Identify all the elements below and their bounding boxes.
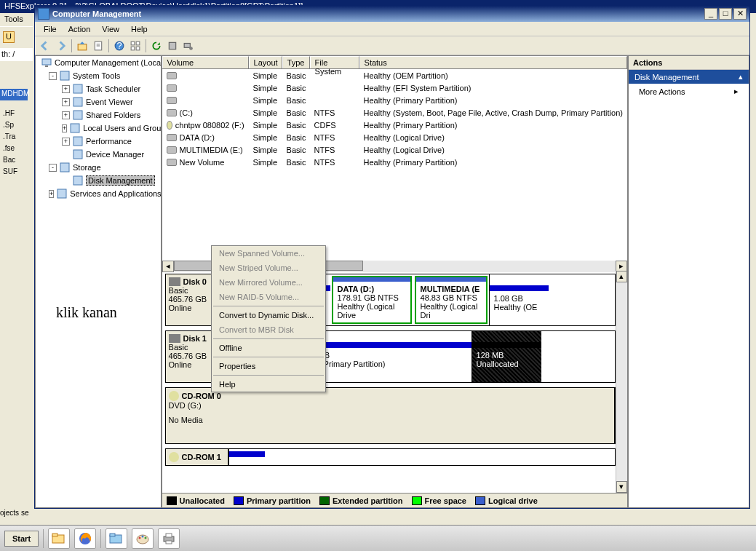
help-button[interactable]: ?	[112, 39, 127, 53]
volume-type: Basic	[282, 71, 310, 81]
tree-label: Performance	[86, 137, 132, 146]
expand-toggle[interactable]: +	[62, 111, 70, 119]
table-row[interactable]: MULTIMEDIA (E:)SimpleBasicNTFSHealthy (L…	[162, 143, 627, 156]
tree-item-task-scheduler[interactable]: +Task Scheduler	[36, 82, 161, 95]
tree-item-system-tools[interactable]: -System Tools	[36, 69, 161, 82]
col-volume[interactable]: Volume	[162, 56, 249, 68]
menu-item-properties[interactable]: Properties	[212, 359, 325, 373]
tree-item-event-viewer[interactable]: +Event Viewer	[36, 95, 161, 108]
svg-rect-35	[166, 534, 172, 537]
actions-section-label: Disk Management	[634, 73, 699, 82]
table-row[interactable]: (C:)SimpleBasicNTFSHealthy (System, Boot…	[162, 106, 627, 119]
volume-table[interactable]: Volume Layout Type File System Status Si…	[162, 56, 627, 271]
tree-item-device-manager[interactable]: Device Manager	[36, 148, 161, 161]
up-button[interactable]	[75, 39, 89, 53]
col-status[interactable]: Status	[359, 56, 627, 68]
partition-status: Healthy (OE	[494, 303, 544, 312]
taskbar-firefox-icon[interactable]	[74, 528, 96, 549]
disk-name: Disk 1	[183, 334, 207, 343]
partition-size: 48.83 GB NTFS	[421, 293, 482, 302]
volume-status: Healthy (Primary Partition)	[359, 120, 627, 130]
col-layout[interactable]: Layout	[249, 56, 282, 68]
expand-toggle[interactable]: +	[62, 138, 70, 146]
disk-info[interactable]: CD-ROM 1	[166, 449, 228, 465]
disk-info[interactable]: CD-ROM 0 DVD (G:) No Media	[166, 388, 615, 443]
disk-icon	[72, 175, 84, 186]
expand-toggle[interactable]: +	[62, 98, 70, 106]
volume-name: (C:)	[180, 108, 193, 117]
table-row[interactable]: chntpw 080802 (F:)SimpleBasicCDFSHealthy…	[162, 119, 627, 131]
expand-toggle[interactable]: -	[49, 72, 57, 80]
tree-label: Services and Applications	[70, 189, 161, 198]
storage-icon	[59, 162, 71, 173]
partition[interactable]: 1.08 GBHealthy (OE	[489, 274, 549, 325]
taskbar-folder-icon[interactable]	[106, 528, 127, 549]
menu-action[interactable]: Action	[63, 23, 97, 35]
refresh-button[interactable]	[149, 39, 164, 53]
volume-layout: Simple	[249, 108, 282, 118]
forward-button[interactable]	[54, 39, 68, 53]
menu-item-convert-to-dynamic-disk[interactable]: Convert to Dynamic Disk...	[212, 308, 325, 322]
expand-toggle[interactable]: +	[62, 124, 67, 132]
taskbar-explorer-icon[interactable]	[48, 528, 70, 549]
table-row[interactable]: SimpleBasicHealthy (Primary Partition)	[162, 94, 627, 106]
tree-item-storage[interactable]: -Storage	[36, 161, 161, 174]
properties-button[interactable]	[91, 39, 106, 53]
titlebar[interactable]: Computer Management _ □ ✕	[35, 6, 749, 22]
navigation-tree[interactable]: Computer Management (Local) -System Tool…	[35, 55, 162, 508]
disk-settings-button[interactable]	[181, 39, 196, 53]
close-button[interactable]: ✕	[733, 8, 747, 20]
disk-row[interactable]: CD-ROM 0 DVD (G:) No Media	[165, 387, 616, 444]
menu-item-offline[interactable]: Offline	[212, 341, 325, 355]
tree-item-local-users-and-groups[interactable]: +Local Users and Groups	[36, 122, 161, 135]
col-type[interactable]: Type	[282, 56, 310, 68]
tree-item-disk-management[interactable]: Disk Management	[36, 174, 161, 187]
menu-view[interactable]: View	[96, 23, 125, 35]
taskbar-print-icon[interactable]	[158, 528, 180, 549]
menu-help[interactable]: Help	[125, 23, 154, 35]
table-row[interactable]: DATA (D:)SimpleBasicNTFSHealthy (Logical…	[162, 131, 627, 143]
table-row[interactable]: SimpleBasicHealthy (EFI System Partition…	[162, 82, 627, 94]
computer-icon	[41, 57, 52, 68]
actions-section-header[interactable]: Disk Management ▴	[629, 70, 749, 84]
disk-row[interactable]: CD-ROM 1	[165, 448, 616, 466]
tree-item-performance[interactable]: +Performance	[36, 135, 161, 148]
tree-root[interactable]: Computer Management (Local)	[36, 56, 161, 69]
more-actions-item[interactable]: More Actions ▸	[629, 84, 749, 99]
table-row[interactable]: SimpleBasicHealthy (OEM Partition)	[162, 69, 627, 82]
expand-toggle[interactable]: -	[49, 164, 57, 172]
partition[interactable]: 128 MBUnallocated	[471, 331, 541, 382]
tree-item-services-and-applications[interactable]: +Services and Applications	[36, 187, 161, 200]
context-menu[interactable]: New Spanned Volume...New Striped Volume.…	[211, 245, 326, 392]
expand-toggle[interactable]: +	[49, 190, 54, 198]
maximize-button[interactable]: □	[719, 8, 732, 20]
scroll-up-button[interactable]: ▴	[616, 271, 627, 282]
scroll-down-button[interactable]: ▾	[616, 481, 627, 493]
menu-item-help[interactable]: Help	[212, 377, 325, 392]
svg-rect-22	[60, 163, 69, 172]
taskbar-paint-icon[interactable]	[132, 528, 154, 549]
menu-separator	[213, 338, 324, 339]
menu-file[interactable]: File	[38, 23, 63, 35]
bg-toolbar-icon[interactable]: U	[3, 31, 15, 43]
table-row[interactable]: New VolumeSimpleBasicNTFSHealthy (Primar…	[162, 156, 627, 168]
taskbar[interactable]: Start	[0, 525, 756, 551]
expand-toggle[interactable]: +	[62, 85, 70, 93]
view-button[interactable]	[128, 39, 143, 53]
back-button[interactable]	[38, 39, 52, 53]
minimize-button[interactable]: _	[704, 8, 717, 20]
settings-button[interactable]	[165, 39, 180, 53]
partition[interactable]: MULTIMEDIA (E48.83 GB NTFSHealthy (Logic…	[415, 276, 488, 324]
menu-item-new-mirrored-volume: New Mirrored Volume...	[212, 275, 325, 290]
collapse-icon: ▴	[739, 72, 743, 82]
vertical-scrollbar[interactable]: ▴ ▾	[616, 271, 627, 493]
tree-item-shared-folders[interactable]: +Shared Folders	[36, 108, 161, 122]
partition-size: 178.91 GB NTFS	[338, 293, 406, 302]
start-button[interactable]: Start	[4, 531, 39, 547]
disk-name: Disk 0	[183, 277, 207, 286]
partition[interactable]: DATA (D:)178.91 GB NTFSHealthy (Logical …	[332, 276, 412, 324]
actions-pane: Actions Disk Management ▴ More Actions ▸	[628, 55, 749, 508]
bg-menu-item[interactable]: Tools	[0, 13, 33, 26]
menu-separator	[213, 375, 324, 376]
col-filesystem[interactable]: File System	[310, 56, 359, 68]
